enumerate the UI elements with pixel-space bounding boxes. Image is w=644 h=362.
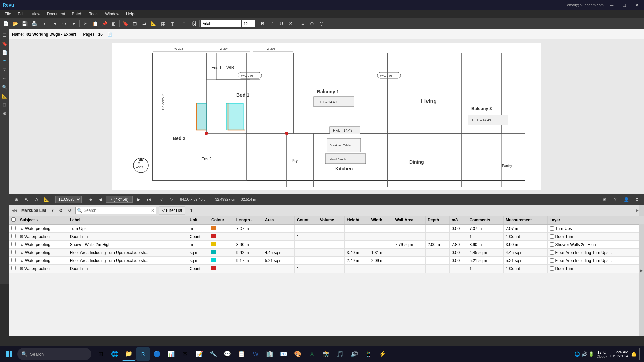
settings-btn[interactable]: ⚙ [633,195,641,204]
last-page-btn[interactable]: ⏭ [144,195,153,204]
paste-btn[interactable]: 📌 [100,19,109,28]
undo-arrow-btn[interactable]: ▾ [51,19,59,28]
sidebar-bookmarks-icon[interactable]: 🔖 [1,40,9,48]
row-checkbox-cell[interactable] [9,249,18,257]
layer-checkbox[interactable] [550,242,554,247]
left-expand-icon[interactable]: ◀◀ [12,208,17,212]
taskbar-app3-icon[interactable]: 📝 [193,347,206,361]
taskbar-app12-icon[interactable]: 📱 [362,347,375,361]
taskbar-app9-icon[interactable]: 📸 [319,347,333,361]
print-btn[interactable]: 🖨️ [30,19,38,28]
image-btn[interactable]: 🖼 [189,19,198,28]
next-result-btn[interactable]: ▷ [167,195,176,204]
help-btn[interactable]: ? [611,195,620,204]
row-checkbox-cell[interactable] [9,257,18,265]
open-btn[interactable]: 📂 [11,19,19,28]
row-checkbox[interactable] [11,258,16,262]
col-height[interactable]: Height [344,216,369,224]
col-layer[interactable]: Layer [547,216,644,224]
menu-help[interactable]: Help [123,11,138,17]
col-colour[interactable]: Colour [209,216,234,224]
taskbar-app7-icon[interactable]: 🏢 [263,347,276,361]
col-label[interactable]: Label [68,216,187,224]
row-checkbox[interactable] [11,266,16,270]
col-count[interactable]: Count [294,216,318,224]
col-checkbox[interactable] [9,216,18,224]
copy-btn[interactable]: 📋 [91,19,99,28]
zoom-select[interactable]: 110.96% 100% 75% 50% 125% 150% [55,196,82,203]
stamp-btn[interactable]: 🔖 [121,19,130,28]
sidebar-toolchest-icon[interactable]: ✏ [1,74,9,82]
row-checkbox[interactable] [11,250,16,254]
row-checkbox-cell[interactable] [9,233,18,241]
right-panel-collapse[interactable]: ▶ [639,205,644,336]
taskbar-edge-icon[interactable]: 🌐 [108,347,121,361]
menu-edit[interactable]: Edit [14,11,28,17]
taskbar-datetime[interactable]: 8:26 AM 10/12/2024 [610,350,628,358]
row-checkbox[interactable] [11,242,16,246]
row-checkbox-cell[interactable] [9,265,18,273]
taskbar-app5-icon[interactable]: 💬 [221,347,234,361]
tray-network-icon[interactable]: 🌐 [574,351,580,357]
strikethrough-btn[interactable]: S [286,19,295,28]
area-btn[interactable]: ▦ [159,19,167,28]
minimize-button[interactable]: ─ [608,2,616,8]
brightness-btn[interactable]: ☀ [600,195,609,204]
maximize-button[interactable]: □ [620,2,628,8]
select-all-checkbox[interactable] [11,217,16,222]
filter-list-button[interactable]: ▽ Filter List [159,206,185,215]
first-page-btn[interactable]: ⏮ [86,195,95,204]
taskbar-app1-icon[interactable]: 📊 [164,347,178,361]
select-tool-btn[interactable]: ↖ [22,195,31,204]
doc-file-icon[interactable]: 📄 [107,32,112,37]
col-m3[interactable]: m3 [449,216,467,224]
redo-btn[interactable]: ↪ [60,19,69,28]
sidebar-settings-icon[interactable]: ⚙ [1,109,9,117]
taskbar-app11-icon[interactable]: 🔊 [347,347,361,361]
taskbar-explorer-icon[interactable]: 📁 [122,347,136,361]
col-wall-area[interactable]: Wall Area [393,216,426,224]
italic-btn[interactable]: I [268,19,276,28]
col-comments[interactable]: Comments [467,216,503,224]
taskbar-app10-icon[interactable]: 🎵 [333,347,347,361]
measure-btn[interactable]: 📐 [149,19,158,28]
sidebar-markups-icon[interactable]: ≡ [1,57,9,65]
underline-btn[interactable]: U [277,19,286,28]
blueprint-view[interactable]: Bed 2 Ens 2 Balcony 2 Bed 1 WIR Ens 1 Ba… [9,39,644,194]
next-page-btn[interactable]: ▶ [134,195,143,204]
markups-refresh-btn[interactable]: ↺ [67,207,73,214]
menu-window[interactable]: Window [102,11,123,17]
taskbar-word-icon[interactable]: W [249,347,262,361]
taskbar-outlook-icon[interactable]: 📧 [277,347,290,361]
perimeter-btn[interactable]: ◫ [168,19,177,28]
tray-volume-icon[interactable]: 🔊 [581,351,587,357]
delete-btn[interactable]: 🗑 [109,19,118,28]
taskbar-app6-icon[interactable]: 📋 [235,347,248,361]
col-unit[interactable]: Unit [187,216,209,224]
sidebar-compare-icon[interactable]: ⊡ [1,101,9,109]
task-view-btn[interactable]: ⊞ [94,347,107,361]
menu-batch[interactable]: Batch [69,11,86,17]
col-area[interactable]: Area [263,216,294,224]
tray-battery-icon[interactable]: 🔋 [588,351,594,357]
prev-page-btn[interactable]: ◀ [96,195,105,204]
taskbar-chrome-icon[interactable]: 🔵 [150,347,164,361]
taskbar-app4-icon[interactable]: 🔧 [207,347,220,361]
export-markups-btn[interactable]: ⬆ [188,207,194,214]
search-clear-btn[interactable]: ✕ [151,208,154,213]
undo-btn[interactable]: ↩ [41,19,50,28]
col-length[interactable]: Length · [234,216,263,224]
redo-arrow-btn[interactable]: ▾ [69,19,78,28]
markups-settings-btn[interactable]: ⚙ [58,207,64,214]
col-volume[interactable]: Volume [318,216,344,224]
notification-btn[interactable]: 🔔 [631,351,637,357]
sidebar-measure-icon[interactable]: 📐 [1,92,9,100]
taskbar-app13-icon[interactable]: ⚡ [376,347,389,361]
font-family-input[interactable] [201,20,241,27]
text-tool-btn[interactable]: A [32,195,41,204]
markup-list-btn[interactable]: ≡ [298,19,307,28]
layer-checkbox[interactable] [550,266,554,271]
bold-btn[interactable]: B [258,19,267,28]
taskbar-weather[interactable]: 17°C Cloudy [597,350,607,358]
prev-result-btn[interactable]: ◁ [157,195,166,204]
